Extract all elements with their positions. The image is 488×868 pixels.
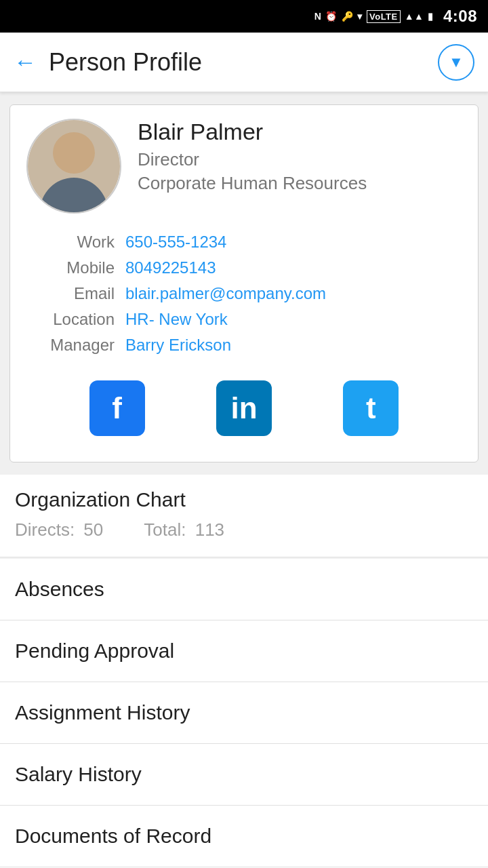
total-label: Total: [144, 519, 186, 540]
org-chart-stats: Directs: 50 Total: 113 [15, 519, 473, 551]
contact-mobile-row: Mobile 8049225143 [26, 258, 462, 277]
avatar-image [28, 120, 120, 212]
chevron-down-icon: ▼ [449, 54, 464, 71]
app-bar: ← Person Profile ▼ [0, 33, 488, 92]
org-total-stat: Total: 113 [144, 519, 224, 540]
contact-work-row: Work 650-555-1234 [26, 233, 462, 252]
menu-item-absences[interactable]: Absences [0, 559, 488, 620]
manager-name[interactable]: Barry Erickson [125, 336, 231, 355]
alarm-icon: ⏰ [325, 11, 338, 22]
back-button[interactable]: ← [14, 49, 37, 75]
mobile-label: Mobile [26, 258, 115, 277]
page-title: Person Profile [49, 48, 202, 77]
location-label: Location [26, 310, 115, 329]
status-icons: N ⏰ 🔑 ▾ VoLTE ▲▲ ▮ 4:08 [314, 7, 477, 26]
signal-icon: ▲▲ [405, 11, 424, 22]
wifi-icon: ▾ [357, 11, 363, 22]
profile-card: Blair Palmer Director Corporate Human Re… [9, 104, 479, 462]
menu-item-assignment-history[interactable]: Assignment History [0, 682, 488, 744]
avatar-head [53, 132, 95, 174]
avatar-body [40, 178, 108, 212]
work-label: Work [26, 233, 115, 252]
contact-details: Work 650-555-1234 Mobile 8049225143 Emai… [26, 233, 462, 355]
work-phone[interactable]: 650-555-1234 [125, 233, 226, 252]
location-value[interactable]: HR- New York [125, 310, 228, 329]
profile-info: Blair Palmer Director Corporate Human Re… [138, 119, 462, 194]
email-label: Email [26, 284, 115, 303]
mobile-phone[interactable]: 8049225143 [125, 258, 216, 277]
app-bar-left: ← Person Profile [14, 48, 202, 77]
time-display: 4:08 [443, 7, 477, 26]
dropdown-button[interactable]: ▼ [438, 44, 474, 81]
status-bar: N ⏰ 🔑 ▾ VoLTE ▲▲ ▮ 4:08 [0, 0, 488, 33]
profile-job-title: Director [138, 149, 462, 170]
nfc-icon: N [314, 11, 322, 22]
org-chart-section[interactable]: Organization Chart Directs: 50 Total: 11… [0, 475, 488, 557]
profile-name: Blair Palmer [138, 119, 462, 145]
profile-department: Corporate Human Resources [138, 173, 462, 194]
vpn-icon: 🔑 [342, 11, 354, 22]
total-value: 113 [195, 519, 224, 540]
linkedin-icon[interactable]: in [216, 380, 272, 436]
org-chart-title: Organization Chart [15, 488, 473, 511]
volte-icon: VoLTE [367, 10, 401, 23]
battery-icon: ▮ [428, 11, 434, 22]
facebook-icon[interactable]: f [89, 380, 145, 436]
directs-label: Directs: [15, 519, 75, 540]
menu-item-salary-history[interactable]: Salary History [0, 744, 488, 806]
twitter-icon[interactable]: t [343, 380, 399, 436]
avatar [26, 119, 121, 214]
profile-top: Blair Palmer Director Corporate Human Re… [26, 119, 462, 214]
directs-value: 50 [83, 519, 103, 540]
org-directs-stat: Directs: 50 [15, 519, 103, 540]
menu-section: Absences Pending Approval Assignment His… [0, 559, 488, 868]
menu-item-pending-approval[interactable]: Pending Approval [0, 620, 488, 682]
menu-item-documents-of-record[interactable]: Documents of Record [0, 806, 488, 867]
manager-label: Manager [26, 336, 115, 355]
contact-manager-row: Manager Barry Erickson [26, 336, 462, 355]
contact-email-row: Email blair.palmer@company.com [26, 284, 462, 303]
contact-location-row: Location HR- New York [26, 310, 462, 329]
social-icons: f in t [26, 374, 462, 443]
email-address[interactable]: blair.palmer@company.com [125, 284, 326, 303]
